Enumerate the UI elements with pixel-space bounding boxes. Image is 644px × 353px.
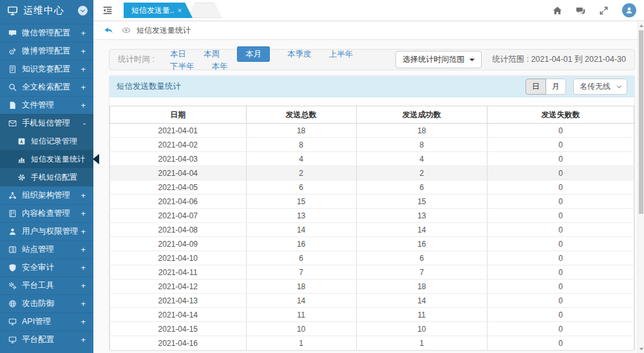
table-row[interactable]: 2021-04-02880 [110,138,634,152]
filter-option-today[interactable]: 本日 [170,50,186,59]
filter-option-this-year[interactable]: 本年 [211,62,227,71]
sidebar-item-fulltext-search-config[interactable]: 全文检索配置+ [0,78,93,96]
sidebar-subitem-label: 手机短信配置 [31,172,77,183]
sidebar-subitem-label: 短信发送量统计 [31,154,85,165]
cell-value: 11 [246,308,356,322]
close-icon[interactable]: × [178,6,182,14]
content-area: 统计时间 : 本日本周本月本季度上半年下半年本年 选择统计时间范围 统计范围 :… [93,40,638,353]
sidebar-item-wechat-config[interactable]: 微信管理配置+ [0,24,93,42]
table-row[interactable]: 2021-04-0615150 [110,195,634,209]
home-icon[interactable] [553,6,562,15]
table-row[interactable]: 2021-04-05660 [110,180,634,195]
table-row[interactable]: 2021-04-1411110 [110,308,634,322]
cell-value: 0 [488,237,634,251]
sidebar-item-label: 用户与权限管理 [22,226,79,237]
sidebar-item-platform-config[interactable]: 平台配置+ [0,330,93,348]
expand-indicator: - [83,119,86,128]
table-row[interactable]: 2021-04-04220 [110,166,634,180]
expand-indicator: + [80,263,86,272]
table-row[interactable]: 2021-04-1218180 [110,280,634,294]
cell-date: 2021-04-10 [110,251,247,265]
cell-value: 14 [246,223,356,237]
cell-value: 18 [246,280,356,294]
sidebar-item-file-management[interactable]: 文件管理+ [0,96,93,114]
sidebar-item-weibo-config[interactable]: 微博管理配置+ [0,42,93,60]
sidebar: 运维中心 微信管理配置+微博管理配置+知识竞赛配置+全文检索配置+文件管理+手机… [0,0,93,353]
expand-indicator: + [80,299,86,309]
outdent-icon[interactable] [102,5,113,15]
cell-value: 0 [488,138,634,152]
filter-option-second-half-year[interactable]: 下半年 [170,62,194,71]
sidebar-item-security-audit[interactable]: 安全审计+ [0,258,93,276]
sidebar-item-platform-tools[interactable]: 平台工具+ [0,276,93,294]
chevron-down-icon [617,83,621,88]
sidebar-item-site-management[interactable]: 站点管理+ [0,240,93,258]
sidebar-collapse-button[interactable] [78,6,88,15]
cell-value: 0 [488,166,634,180]
stats-panel: 短信发送数量统计 日 月 名传无线 [109,75,635,351]
select-time-range-button[interactable]: 选择统计时间范围 [395,51,482,68]
sidebar-subitem-sms-volume-stats[interactable]: 短信发送量统计 [0,150,93,168]
sidebar-item-label: API管理 [22,316,51,327]
vertical-scrollbar[interactable] [638,22,644,353]
table-row[interactable]: 2021-04-0814140 [110,223,634,237]
sidebar-subitem-sms-record-management[interactable]: 短信记录管理 [0,132,93,150]
cell-value: 2 [246,166,356,180]
cell-value: 0 [488,152,634,166]
table-row[interactable]: 2021-04-10660 [110,251,634,265]
back-arrow-icon[interactable] [104,26,113,35]
cell-date: 2021-04-08 [110,223,247,237]
table-row[interactable]: 2021-04-0916160 [110,237,634,251]
cell-value: 18 [356,280,488,294]
expand-icon[interactable] [599,6,609,15]
org-structure-icon [8,191,17,200]
table-row[interactable]: 2021-04-0713130 [110,209,634,223]
scrollbar-thumb[interactable] [639,30,643,214]
expand-indicator: + [80,281,86,291]
table-row[interactable]: 2021-04-1510100 [110,322,634,336]
expand-indicator: + [80,28,86,38]
filter-label: 统计时间 : [118,54,155,65]
month-view-button[interactable]: 月 [545,79,566,95]
scroll-up-arrow[interactable] [639,24,643,27]
channel-select[interactable]: 名传无线 [573,79,627,95]
expand-indicator: + [80,64,86,74]
sidebar-item-attack-defense[interactable]: 攻击防御+ [0,294,93,312]
filter-option-first-half-year[interactable]: 上半年 [328,50,353,59]
filter-option-this-month[interactable]: 本月 [237,46,270,62]
filter-bar: 统计时间 : 本日本周本月本季度上半年下半年本年 选择统计时间范围 统计范围 :… [109,49,635,70]
eye-icon [122,26,131,35]
sidebar-header: 运维中心 [0,0,93,21]
cell-value: 10 [356,322,488,336]
expand-indicator: + [80,100,86,110]
sidebar-item-user-permission[interactable]: 用户与权限管理+ [0,222,93,240]
scroll-down-arrow[interactable] [639,348,643,350]
sidebar-item-label: 平台工具 [22,280,54,291]
filter-option-this-quarter[interactable]: 本季度 [287,50,312,59]
table-row[interactable]: 2021-04-0118180 [110,124,634,138]
table-row[interactable]: 2021-04-1314140 [110,294,634,308]
cell-value: 14 [356,223,488,237]
sidebar-item-content-check[interactable]: 内容检查管理+ [0,204,93,222]
sidebar-item-quiz-config[interactable]: 知识竞赛配置+ [0,60,93,78]
cogs-icon [8,281,17,290]
cell-date: 2021-04-11 [110,265,247,280]
column-header: 发送成功数 [356,106,488,124]
sidebar-menu: 微信管理配置+微博管理配置+知识竞赛配置+全文检索配置+文件管理+手机短信管理-… [0,24,93,348]
sidebar-item-org-structure[interactable]: 组织架构管理+ [0,186,93,204]
filter-option-this-week[interactable]: 本周 [204,50,220,59]
user-avatar[interactable] [622,3,636,17]
cell-date: 2021-04-04 [110,166,247,180]
day-view-button[interactable]: 日 [526,79,546,95]
tab-sms-volume[interactable]: 短信发送量.. × [124,3,193,18]
table-row[interactable]: 2021-04-11770 [110,265,634,280]
sidebar-subitem-sms-config[interactable]: 手机短信配置 [0,168,93,186]
comments-icon[interactable] [576,6,585,15]
sidebar-item-api-management[interactable]: API管理+ [0,312,93,330]
table-row[interactable]: 2021-04-16110 [110,336,634,350]
search-icon [8,83,17,91]
sidebar-item-sms-management[interactable]: 手机短信管理- [0,114,93,132]
sidebar-group-sms-management: 手机短信管理-短信记录管理短信发送量统计手机短信配置 [0,114,93,186]
table-row[interactable]: 2021-04-03440 [110,152,634,166]
document-icon [8,65,17,73]
